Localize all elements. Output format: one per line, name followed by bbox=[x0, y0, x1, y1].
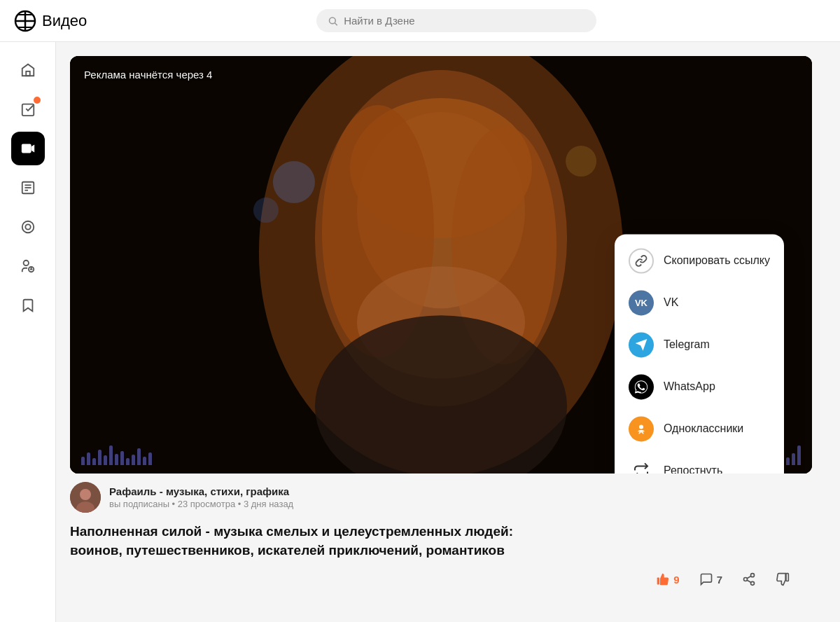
whatsapp-label: WhatsApp bbox=[664, 381, 715, 394]
repost-label: Репостнуть bbox=[664, 465, 722, 474]
svg-point-39 bbox=[744, 578, 748, 581]
share-telegram[interactable]: Telegram bbox=[615, 324, 784, 366]
svg-marker-10 bbox=[31, 145, 34, 153]
share-ok[interactable]: Одноклассники bbox=[615, 408, 784, 450]
svg-point-30 bbox=[273, 161, 315, 203]
like-count: 9 bbox=[673, 574, 679, 586]
svg-line-42 bbox=[747, 576, 751, 579]
logo-text: Видео bbox=[42, 12, 87, 30]
share-popup: Скопировать ссылку VK VK Tele bbox=[615, 235, 784, 474]
bottom-actions: 9 7 bbox=[70, 568, 826, 590]
whatsapp-icon bbox=[629, 375, 654, 400]
sidebar-item-tasks[interactable] bbox=[11, 92, 45, 126]
articles-icon bbox=[20, 180, 36, 195]
sidebar-item-podcasts[interactable] bbox=[11, 210, 45, 244]
search-icon bbox=[328, 15, 338, 27]
thumb-up-icon bbox=[656, 572, 670, 586]
svg-point-40 bbox=[751, 582, 755, 586]
logo[interactable]: Видео bbox=[14, 10, 87, 32]
svg-point-32 bbox=[566, 146, 596, 177]
channel-meta: вы подписаны • 23 просмотра • 3 дня наза… bbox=[109, 499, 293, 509]
tasks-icon bbox=[20, 102, 36, 117]
video-player[interactable]: Реклама начнётся через 4 bbox=[70, 56, 812, 474]
svg-point-31 bbox=[253, 198, 279, 223]
podcasts-icon bbox=[20, 219, 36, 235]
search-input[interactable] bbox=[344, 15, 585, 27]
ok-icon bbox=[629, 417, 654, 442]
video-ad-text: Реклама начнётся через 4 bbox=[84, 69, 212, 81]
svg-point-17 bbox=[23, 261, 28, 265]
channel-details: Рафаиль - музыка, стихи, графика вы подп… bbox=[109, 485, 293, 509]
svg-line-41 bbox=[747, 581, 751, 583]
dislike-button[interactable] bbox=[767, 568, 798, 590]
sidebar-item-articles[interactable] bbox=[11, 171, 45, 205]
svg-point-15 bbox=[22, 221, 34, 233]
svg-point-33 bbox=[639, 425, 643, 429]
copy-link-label: Скопировать ссылку bbox=[664, 255, 770, 268]
vk-icon: VK bbox=[629, 291, 654, 316]
sidebar-item-video[interactable] bbox=[11, 132, 45, 165]
thumb-down-icon bbox=[776, 572, 790, 586]
vk-label: VK bbox=[664, 297, 678, 310]
video-bars-left bbox=[81, 445, 152, 465]
svg-rect-9 bbox=[21, 144, 31, 153]
share-repost[interactable]: Репостнуть bbox=[615, 450, 784, 474]
share-icon bbox=[742, 572, 756, 586]
bookmarks-icon bbox=[20, 298, 36, 313]
link-icon bbox=[629, 249, 654, 274]
content-area: Реклама начнётся через 4 bbox=[70, 56, 826, 590]
telegram-icon bbox=[629, 333, 654, 358]
svg-point-38 bbox=[751, 574, 755, 577]
comment-icon bbox=[699, 572, 713, 586]
share-button[interactable] bbox=[734, 568, 764, 590]
sidebar bbox=[0, 42, 56, 622]
comment-button[interactable]: 7 bbox=[691, 568, 731, 590]
svg-point-5 bbox=[330, 18, 336, 24]
home-icon bbox=[20, 62, 36, 78]
svg-rect-37 bbox=[657, 578, 659, 585]
channel-name[interactable]: Рафаиль - музыка, стихи, графика bbox=[109, 485, 293, 497]
header: Видео bbox=[0, 0, 840, 42]
logo-icon bbox=[14, 10, 36, 32]
sidebar-item-channels[interactable] bbox=[11, 249, 45, 283]
comment-count: 7 bbox=[717, 574, 722, 586]
channels-icon bbox=[20, 258, 36, 274]
like-button[interactable]: 9 bbox=[648, 568, 687, 590]
tasks-badge bbox=[34, 97, 41, 104]
sidebar-item-home[interactable] bbox=[11, 53, 45, 87]
share-vk[interactable]: VK VK bbox=[615, 282, 784, 324]
search-bar[interactable] bbox=[316, 9, 596, 32]
svg-point-35 bbox=[80, 489, 91, 500]
svg-point-16 bbox=[25, 224, 30, 229]
svg-rect-43 bbox=[786, 574, 788, 581]
sidebar-item-bookmarks[interactable] bbox=[11, 289, 45, 322]
main-content: Реклама начнётся через 4 bbox=[56, 42, 840, 604]
avatar bbox=[70, 482, 101, 513]
share-whatsapp[interactable]: WhatsApp bbox=[615, 366, 784, 408]
telegram-label: Telegram bbox=[664, 339, 710, 352]
repost-icon bbox=[629, 459, 654, 474]
channel-info: Рафаиль - музыка, стихи, графика вы подп… bbox=[70, 482, 826, 513]
svg-rect-7 bbox=[26, 71, 30, 76]
ok-label: Одноклассники bbox=[664, 423, 743, 436]
share-copy-link[interactable]: Скопировать ссылку bbox=[615, 240, 784, 282]
video-title: Наполненная силой - музыка смелых и целе… bbox=[70, 523, 546, 560]
svg-line-6 bbox=[335, 22, 337, 25]
video-icon bbox=[20, 141, 36, 156]
